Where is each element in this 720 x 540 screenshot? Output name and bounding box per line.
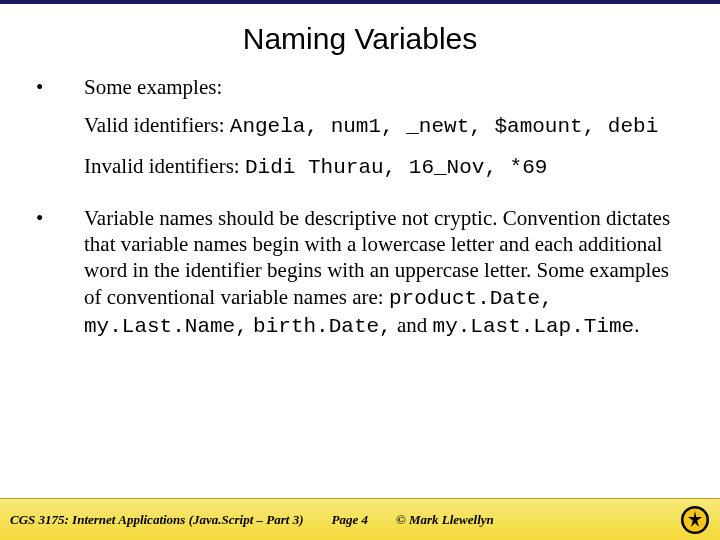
invalid-identifiers-line: Invalid identifiers: Didi Thurau, 16_Nov…: [84, 153, 684, 181]
valid-code: Angela, num1, _newt, $amount, debi: [230, 115, 658, 138]
valid-identifiers-line: Valid identifiers: Angela, num1, _newt, …: [84, 112, 684, 140]
slide-content: • Some examples: Valid identifiers: Ange…: [0, 74, 720, 352]
valid-label: Valid identifiers:: [84, 113, 230, 137]
examples-intro: Some examples:: [84, 74, 684, 100]
bullet-1-body: Some examples: Valid identifiers: Angela…: [84, 74, 684, 193]
footer-course: CGS 3175: Internet Applications (Java.Sc…: [10, 512, 331, 528]
slide-footer: CGS 3175: Internet Applications (Java.Sc…: [0, 498, 720, 540]
example-code-2: my.Last.Name,: [84, 315, 248, 338]
bullet-1: • Some examples: Valid identifiers: Ange…: [36, 74, 684, 193]
bullet-mark: •: [36, 74, 84, 193]
bullet-2-body: Variable names should be descriptive not…: [84, 205, 684, 352]
bullet-mark: •: [36, 205, 84, 352]
and-text: and: [397, 313, 433, 337]
invalid-label: Invalid identifiers:: [84, 154, 245, 178]
period: .: [634, 313, 639, 337]
example-code-4: my.Last.Lap.Time: [433, 315, 635, 338]
ucf-logo-icon: [680, 505, 710, 535]
bullet-2: • Variable names should be descriptive n…: [36, 205, 684, 352]
footer-copyright: © Mark Llewellyn: [396, 512, 680, 528]
invalid-code: Didi Thurau, 16_Nov, *69: [245, 156, 547, 179]
footer-page: Page 4: [331, 512, 395, 528]
convention-text: Variable names should be descriptive not…: [84, 206, 670, 309]
example-code-1: product.Date,: [389, 287, 553, 310]
slide-title: Naming Variables: [0, 0, 720, 74]
example-code-3: birth.Date,: [253, 315, 392, 338]
naming-convention-paragraph: Variable names should be descriptive not…: [84, 205, 684, 340]
top-border: [0, 0, 720, 4]
